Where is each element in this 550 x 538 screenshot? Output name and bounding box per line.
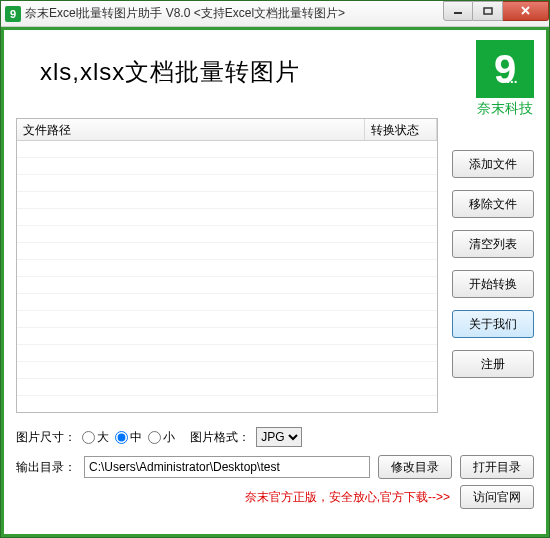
footer-row: 奈末官方正版，安全放心,官方下载-->> 访问官网 <box>16 485 534 509</box>
app-window: 9 奈末Excel批量转图片助手 V8.0 <支持Excel文档批量转图片> x… <box>0 0 550 538</box>
register-button[interactable]: 注册 <box>452 350 534 378</box>
svg-rect-1 <box>484 8 492 14</box>
start-convert-button[interactable]: 开始转换 <box>452 270 534 298</box>
format-select[interactable]: JPG <box>256 427 302 447</box>
size-small-radio[interactable]: 小 <box>148 429 175 446</box>
col-header-path[interactable]: 文件路径 <box>17 119 365 140</box>
brand-name: 奈末科技 <box>476 100 534 118</box>
minimize-button[interactable] <box>443 1 473 21</box>
output-path-input[interactable] <box>84 456 370 478</box>
table-body[interactable] <box>17 141 437 412</box>
content-area: xls,xlsx文档批量转图片 9••• 奈末科技 文件路径 转换状态 添加文件… <box>1 27 549 537</box>
file-table: 文件路径 转换状态 <box>16 118 438 413</box>
footer-text: 奈末官方正版，安全放心,官方下载-->> <box>245 489 450 506</box>
modify-dir-button[interactable]: 修改目录 <box>378 455 452 479</box>
maximize-button[interactable] <box>473 1 503 21</box>
add-file-button[interactable]: 添加文件 <box>452 150 534 178</box>
output-row: 输出目录： 修改目录 打开目录 <box>16 455 534 479</box>
clear-list-button[interactable]: 清空列表 <box>452 230 534 258</box>
app-icon: 9 <box>5 6 21 22</box>
titlebar-text: 奈末Excel批量转图片助手 V8.0 <支持Excel文档批量转图片> <box>25 5 443 22</box>
window-controls <box>443 1 549 21</box>
remove-file-button[interactable]: 移除文件 <box>452 190 534 218</box>
titlebar: 9 奈末Excel批量转图片助手 V8.0 <支持Excel文档批量转图片> <box>1 1 549 27</box>
size-label: 图片尺寸： <box>16 429 76 446</box>
col-header-status[interactable]: 转换状态 <box>365 119 437 140</box>
table-row <box>17 141 437 158</box>
open-dir-button[interactable]: 打开目录 <box>460 455 534 479</box>
brand-logo: 9••• 奈末科技 <box>476 38 534 118</box>
about-button[interactable]: 关于我们 <box>452 310 534 338</box>
visit-site-button[interactable]: 访问官网 <box>460 485 534 509</box>
close-button[interactable] <box>503 1 549 21</box>
page-title: xls,xlsx文档批量转图片 <box>16 38 476 100</box>
size-large-radio[interactable]: 大 <box>82 429 109 446</box>
format-label: 图片格式： <box>190 429 250 446</box>
size-medium-radio[interactable]: 中 <box>115 429 142 446</box>
output-label: 输出目录： <box>16 459 76 476</box>
options-row: 图片尺寸： 大 中 小 图片格式： JPG <box>16 427 534 447</box>
